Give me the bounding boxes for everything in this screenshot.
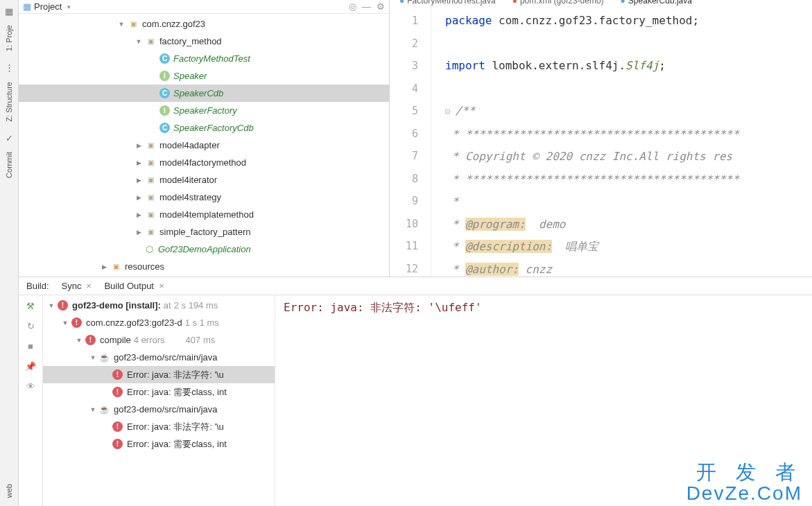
tab-commit[interactable]: Commit (2, 146, 16, 184)
doc-tag: @description: (465, 240, 552, 253)
tree-label: simple_factory_pattern (159, 227, 251, 237)
tree-label: model4factorymethod (159, 157, 246, 168)
resources-icon: ▣ (110, 261, 121, 272)
code-keyword: import (445, 59, 492, 72)
rerun-icon[interactable]: ↻ (27, 321, 35, 331)
folder-icon: ▣ (145, 192, 156, 203)
build-row-root[interactable]: ▼!gof23-demo [install]: at 2 s 194 ms (43, 297, 275, 314)
chevron-down-icon: ▼ (75, 336, 83, 344)
pin-icon[interactable]: 📌 (25, 361, 36, 372)
build-row-error[interactable]: !Error: java: 需要class, int (43, 383, 275, 401)
build-message-pane[interactable]: Error: java: 非法字符: '\ufeff' (275, 295, 812, 506)
tree-label: model4adapter (159, 140, 220, 150)
close-icon[interactable]: ✕ (159, 282, 164, 290)
chevron-down-icon: ▼ (135, 37, 143, 46)
build-time: 407 ms (186, 335, 216, 345)
java-icon: ● (399, 0, 404, 6)
tab-label: pom.xml (gof23-demo) (520, 0, 604, 6)
tree-label: Speaker (173, 71, 207, 81)
tree-label: resources (125, 261, 164, 272)
error-icon: ! (112, 421, 123, 432)
tree-node-folder[interactable]: ▶▣model4strategy (19, 189, 389, 206)
build-tab-output[interactable]: Build Output✕ (98, 279, 170, 293)
code-editor[interactable]: package com.cnzz.gof23.factory_method; i… (431, 7, 812, 277)
tree-node-class[interactable]: C SpeakerFactoryCdb (19, 119, 389, 137)
tree-label: model4strategy (159, 192, 221, 202)
tree-label: model4templatemethod (159, 209, 254, 220)
close-icon[interactable]: ✕ (86, 282, 92, 290)
build-actions-col: ⚒ ↻ ■ 📌 👁 (19, 295, 43, 506)
code-comment: * **************************************… (445, 128, 739, 141)
gear-icon[interactable]: ⚙ (377, 1, 385, 12)
code-text: lombok.extern.slf4j. (492, 59, 625, 72)
project-view-icon: ▦ (23, 1, 31, 12)
tree-node-folder[interactable]: ▶▣simple_factory_pattern (19, 223, 389, 241)
tree-node-class[interactable]: C FactoryMethodTest (19, 50, 389, 67)
line-number-gutter[interactable]: 123456789101112 (390, 7, 431, 277)
tree-label: com.cnzz.gof23 (142, 19, 205, 29)
editor-tab-active[interactable]: ●SpeakerCdb.java (614, 0, 699, 7)
interface-icon: I (159, 71, 170, 81)
error-icon: ! (85, 335, 96, 345)
eye-icon[interactable]: 👁 (26, 381, 35, 392)
build-error-text: Error: java: 需要class, int (127, 386, 227, 399)
build-row-file[interactable]: ▼☕gof23-demo/src/main/java (43, 401, 275, 418)
tab-label: Build Output (104, 281, 154, 291)
tab-project[interactable]: 1: Proje (2, 19, 16, 57)
hammer-icon[interactable]: ⚒ (26, 301, 35, 311)
chevron-right-icon: ▶ (135, 159, 143, 167)
tree-node-package[interactable]: ▼ ▣ com.cnzz.gof23 (19, 15, 389, 33)
tree-node-interface[interactable]: I SpeakerFactory (19, 102, 389, 119)
code-comment: /** (455, 104, 475, 117)
stop-icon[interactable]: ■ (28, 341, 33, 351)
code-comment: * (445, 263, 465, 276)
build-row-file[interactable]: ▼☕gof23-demo/src/main/java (43, 349, 275, 366)
build-row-error[interactable]: !Error: java: 需要class, int (43, 435, 275, 453)
build-time: 2 s 194 ms (174, 300, 218, 311)
java-icon: ☕ (99, 404, 110, 415)
tree-node-folder[interactable]: ▶▣model4adapter (19, 137, 389, 154)
build-tree[interactable]: ▼!gof23-demo [install]: at 2 s 194 ms ▼!… (43, 295, 275, 506)
code-comment: * (445, 240, 465, 253)
tree-node-folder[interactable]: ▶▣model4iterator (19, 171, 389, 189)
tree-label: model4iterator (159, 175, 217, 185)
editor-tab[interactable]: ●pom.xml (gof23-demo) (506, 0, 611, 7)
folder-icon: ▣ (145, 175, 156, 186)
chevron-right-icon: ▶ (100, 263, 108, 271)
target-icon[interactable]: ◎ (349, 1, 356, 12)
build-time: 1 s 1 ms (185, 317, 219, 328)
tree-node-interface[interactable]: I Speaker (19, 67, 389, 85)
build-label: gof23-demo/src/main/java (114, 352, 218, 363)
tree-node-spring-app[interactable]: ⬡ Gof23DemoApplication (19, 241, 389, 258)
code-comment: 唱单宝 (552, 240, 598, 253)
tab-web[interactable]: web (2, 478, 16, 503)
editor-tab[interactable]: ●FactoryMethodTest.java (392, 0, 503, 7)
build-tab-sync[interactable]: Sync✕ (56, 279, 98, 293)
build-row-error-selected[interactable]: !Error: java: 非法字符: '\u (43, 366, 275, 383)
tab-structure[interactable]: Z: Structure (2, 76, 16, 127)
tree-node-resources[interactable]: ▶ ▣ resources (19, 258, 389, 275)
fold-icon[interactable]: ⊟ (445, 107, 455, 116)
code-text: com.cnzz.gof23.factory_method; (499, 14, 699, 27)
error-icon: ! (71, 317, 82, 328)
tree-label: SpeakerFactoryCdb (173, 123, 254, 133)
tree-node-folder[interactable]: ▶▣model4factorymethod (19, 154, 389, 171)
code-keyword: package (445, 14, 499, 27)
minus-icon[interactable]: — (362, 1, 371, 12)
editor-tab-strip: ●FactoryMethodTest.java ●pom.xml (gof23-… (390, 0, 812, 7)
project-tree[interactable]: ▼ ▣ com.cnzz.gof23 ▼ ▣ factory_method C … (19, 14, 389, 277)
build-label: gof23-demo/src/main/java (114, 404, 218, 415)
chevron-down-icon[interactable]: ▾ (64, 3, 73, 11)
chevron-down-icon: ▼ (89, 405, 97, 414)
left-tool-gutter: ▦ 1: Proje ⋮ Z: Structure ✓ Commit web (0, 0, 19, 506)
tree-node-folder[interactable]: ▼ ▣ factory_method (19, 33, 389, 50)
error-icon: ! (112, 439, 123, 449)
doc-tag: @program: (465, 218, 526, 231)
tree-node-class-selected[interactable]: C SpeakerCdb (19, 85, 389, 102)
build-row-module[interactable]: ▼!com.cnzz.gof23:gof23-d1 s 1 ms (43, 314, 275, 331)
build-row-error[interactable]: !Error: java: 非法字符: '\u (43, 418, 275, 435)
tree-node-folder[interactable]: ▶▣model4templatemethod (19, 206, 389, 223)
build-row-compile[interactable]: ▼!compile4 errors407 ms (43, 331, 275, 349)
chevron-down-icon: ▼ (89, 354, 97, 362)
build-error-text: Error: java: 非法字符: '\u (127, 421, 224, 433)
